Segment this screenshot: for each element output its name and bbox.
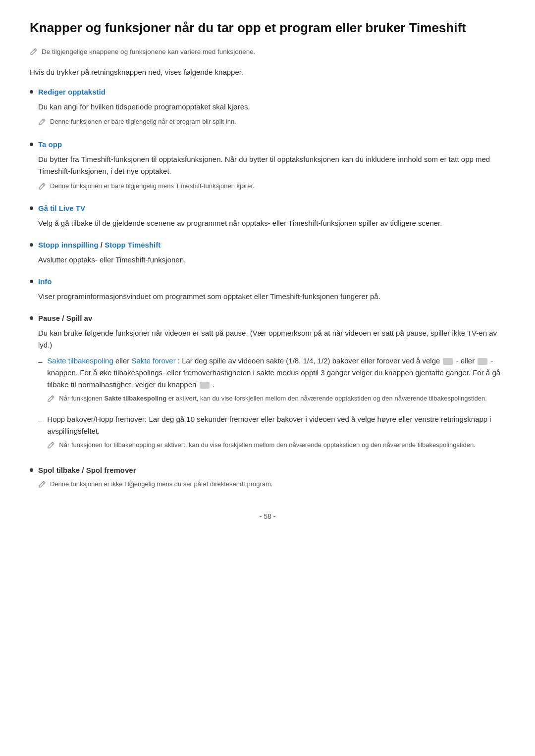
stopp-innspilling-link[interactable]: Stopp innspilling xyxy=(38,241,99,249)
bullet-dot-live-tv xyxy=(30,206,33,210)
section-info: Info Viser programinformasjonsvinduet om… xyxy=(30,276,505,302)
section-rediger-desc: Du kan angi for hvilken tidsperiode prog… xyxy=(38,101,505,113)
section-ta-opp: Ta opp Du bytter fra Timeshift-funksjone… xyxy=(30,139,505,193)
section-stopp-label: Stopp innspilling / Stopp Timeshift xyxy=(38,239,160,251)
intro-text: Hvis du trykker på retningsknappen ned, … xyxy=(30,66,505,78)
sakte-forover-link[interactable]: Sakte forover xyxy=(131,356,175,365)
bullet-dot xyxy=(30,90,33,94)
pause-sub-list: – Sakte tilbakespoling eller Sakte forov… xyxy=(38,355,505,454)
section-rediger-note-text: Denne funksjonen er bare tilgjengelig nå… xyxy=(50,117,236,127)
hopp-desc: Hopp bakover/Hopp fremover: Lar deg gå 1… xyxy=(47,413,505,437)
section-stopp-desc: Avslutter opptaks- eller Timeshift-funks… xyxy=(38,254,505,266)
stopp-separator: / xyxy=(101,241,105,249)
intro-note-text: De tilgjengelige knappene og funksjonene… xyxy=(42,47,256,57)
pencil-icon-spol xyxy=(38,480,46,491)
page-number: - 58 - xyxy=(260,512,276,520)
sub-item-sakte: – Sakte tilbakespoling eller Sakte forov… xyxy=(38,355,505,408)
sakte-note-bold: Sakte tilbakespoling xyxy=(104,395,166,402)
sakte-desc: Sakte tilbakespoling eller Sakte forover… xyxy=(47,355,505,391)
bullet-dot-stopp xyxy=(30,243,33,247)
intro-note: De tilgjengelige knappene og funksjonene… xyxy=(30,47,505,58)
dash-sakte: – xyxy=(38,356,42,368)
hopp-note-text: Når funksjonen for tilbakehopping er akt… xyxy=(59,440,475,450)
sakte-text2: - eller xyxy=(456,356,477,365)
section-ta-opp-label[interactable]: Ta opp xyxy=(38,139,62,151)
sub-item-hopp: – Hopp bakover/Hopp fremover: Lar deg gå… xyxy=(38,413,505,455)
page-title: Knapper og funksjoner når du tar opp et … xyxy=(30,20,505,37)
section-stopp: Stopp innspilling / Stopp Timeshift Avsl… xyxy=(30,239,505,266)
pencil-icon-hopp xyxy=(47,441,55,452)
bullet-dot-pause xyxy=(30,316,33,320)
section-live-tv-label[interactable]: Gå til Live TV xyxy=(38,202,85,214)
bullet-dot-ta-opp xyxy=(30,143,33,146)
section-spol: Spol tilbake / Spol fremover Denne funks… xyxy=(30,464,505,491)
play-icon xyxy=(200,382,210,389)
sakte-eller: eller xyxy=(115,356,132,365)
bullet-dot-info xyxy=(30,280,33,283)
sakte-text1: : Lar deg spille av videoen sakte (1/8, … xyxy=(178,356,442,365)
pencil-icon-ta-opp xyxy=(38,182,46,193)
section-info-desc: Viser programinformasjonsvinduet om prog… xyxy=(38,291,505,302)
section-pause-label: Pause / Spill av xyxy=(38,312,92,324)
sakte-note-text: Når funksjonen Sakte tilbakespoling er a… xyxy=(59,394,487,403)
sakte-tilbakespoling-link[interactable]: Sakte tilbakespoling xyxy=(47,356,113,365)
page-footer: - 58 - xyxy=(30,511,505,522)
section-pause: Pause / Spill av Du kan bruke følgende f… xyxy=(30,312,505,454)
section-ta-opp-desc: Du bytter fra Timeshift-funksjonen til o… xyxy=(38,153,505,177)
forward-icon xyxy=(478,358,487,365)
section-ta-opp-note: Denne funksjonen er bare tilgjengelig me… xyxy=(38,181,505,193)
sakte-text4: . xyxy=(213,380,214,389)
section-live-tv: Gå til Live TV Velg å gå tilbake til de … xyxy=(30,202,505,229)
section-rediger-label[interactable]: Rediger opptakstid xyxy=(38,86,106,98)
hopp-content: Hopp bakover/Hopp fremover: Lar deg gå 1… xyxy=(47,413,505,455)
section-spol-note: Denne funksjonen er ikke tilgjengelig me… xyxy=(38,479,505,491)
section-ta-opp-note-text: Denne funksjonen er bare tilgjengelig me… xyxy=(50,181,255,191)
section-info-label[interactable]: Info xyxy=(38,276,52,288)
section-live-tv-desc: Velg å gå tilbake til de gjeldende scene… xyxy=(38,217,505,229)
section-spol-label: Spol tilbake / Spol fremover xyxy=(38,464,136,476)
pencil-icon-sakte xyxy=(47,395,55,405)
dash-hopp: – xyxy=(38,414,42,426)
bullet-dot-spol xyxy=(30,468,33,472)
rewind-icon xyxy=(443,358,453,365)
stopp-timeshift-link[interactable]: Stopp Timeshift xyxy=(105,241,160,249)
section-spol-note-text: Denne funksjonen er ikke tilgjengelig me… xyxy=(50,479,272,489)
section-rediger: Rediger opptakstid Du kan angi for hvilk… xyxy=(30,86,505,129)
sakte-note: Når funksjonen Sakte tilbakespoling er a… xyxy=(47,394,505,405)
pencil-icon xyxy=(30,48,38,58)
pencil-icon-rediger xyxy=(38,118,46,129)
section-pause-desc: Du kan bruke følgende funksjoner når vid… xyxy=(38,327,505,351)
hopp-note: Når funksjonen for tilbakehopping er akt… xyxy=(47,440,505,452)
sakte-content: Sakte tilbakespoling eller Sakte forover… xyxy=(47,355,505,408)
section-rediger-note: Denne funksjonen er bare tilgjengelig nå… xyxy=(38,117,505,129)
